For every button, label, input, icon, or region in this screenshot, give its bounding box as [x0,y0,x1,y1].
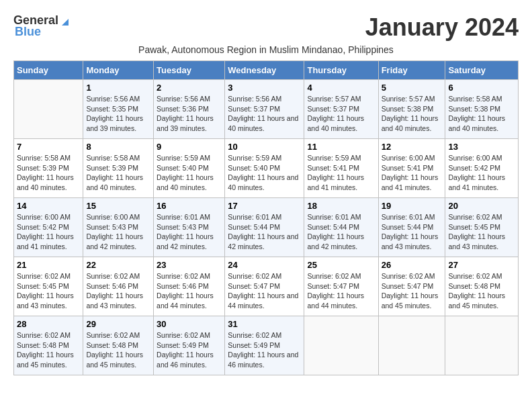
day-number: 18 [307,201,375,211]
day-info: Sunrise: 5:58 AMSunset: 5:38 PMDaylight:… [448,94,515,134]
day-number: 2 [157,83,222,93]
calendar-cell: 16Sunrise: 6:01 AMSunset: 5:43 PMDayligh… [154,198,225,257]
day-number: 21 [17,260,80,270]
calendar-cell: 4Sunrise: 5:57 AMSunset: 5:37 PMDaylight… [304,80,378,139]
calendar-cell [14,80,83,139]
day-number: 23 [157,260,222,270]
calendar-cell: 7Sunrise: 5:58 AMSunset: 5:39 PMDaylight… [14,139,83,198]
day-info: Sunrise: 6:02 AMSunset: 5:46 PMDaylight:… [86,271,150,311]
column-header-wednesday: Wednesday [225,61,304,80]
day-number: 3 [228,83,301,93]
day-number: 27 [448,260,515,270]
calendar-cell: 30Sunrise: 6:02 AMSunset: 5:49 PMDayligh… [154,316,225,375]
day-number: 15 [86,201,150,211]
day-info: Sunrise: 6:00 AMSunset: 5:41 PMDaylight:… [382,153,443,193]
day-number: 7 [17,142,80,152]
day-number: 30 [157,319,222,329]
day-number: 25 [307,260,375,270]
day-info: Sunrise: 6:02 AMSunset: 5:47 PMDaylight:… [228,271,301,311]
calendar-cell: 13Sunrise: 6:00 AMSunset: 5:42 PMDayligh… [445,139,519,198]
calendar-table: SundayMondayTuesdayWednesdayThursdayFrid… [13,60,519,375]
column-header-monday: Monday [83,61,154,80]
day-info: Sunrise: 5:59 AMSunset: 5:41 PMDaylight:… [307,153,375,193]
day-info: Sunrise: 6:02 AMSunset: 5:48 PMDaylight:… [17,330,80,370]
calendar-cell: 12Sunrise: 6:00 AMSunset: 5:41 PMDayligh… [378,139,445,198]
day-info: Sunrise: 6:02 AMSunset: 5:48 PMDaylight:… [86,330,150,370]
svg-marker-0 [62,19,69,26]
day-info: Sunrise: 6:00 AMSunset: 5:42 PMDaylight:… [448,153,515,193]
day-info: Sunrise: 5:59 AMSunset: 5:40 PMDaylight:… [157,153,222,193]
calendar-cell: 9Sunrise: 5:59 AMSunset: 5:40 PMDaylight… [154,139,225,198]
calendar-cell: 10Sunrise: 5:59 AMSunset: 5:40 PMDayligh… [225,139,304,198]
day-number: 4 [307,83,375,93]
day-number: 19 [382,201,443,211]
calendar-cell: 18Sunrise: 6:01 AMSunset: 5:44 PMDayligh… [304,198,378,257]
day-info: Sunrise: 6:01 AMSunset: 5:43 PMDaylight:… [157,212,222,252]
day-number: 9 [157,142,222,152]
day-number: 14 [17,201,80,211]
calendar-cell: 15Sunrise: 6:00 AMSunset: 5:43 PMDayligh… [83,198,154,257]
column-header-tuesday: Tuesday [154,61,225,80]
day-number: 6 [448,83,515,93]
day-number: 17 [228,201,301,211]
logo-blue: Blue [15,25,41,39]
calendar-cell: 5Sunrise: 5:57 AMSunset: 5:38 PMDaylight… [378,80,445,139]
calendar-cell: 27Sunrise: 6:02 AMSunset: 5:48 PMDayligh… [445,257,519,316]
day-number: 12 [382,142,443,152]
day-info: Sunrise: 6:01 AMSunset: 5:44 PMDaylight:… [228,212,301,252]
calendar-cell: 2Sunrise: 5:56 AMSunset: 5:36 PMDaylight… [154,80,225,139]
month-title: January 2024 [365,13,519,42]
day-info: Sunrise: 6:02 AMSunset: 5:45 PMDaylight:… [17,271,80,311]
calendar-cell: 25Sunrise: 6:02 AMSunset: 5:47 PMDayligh… [304,257,378,316]
day-number: 31 [228,319,301,329]
calendar-week-row: 1Sunrise: 5:56 AMSunset: 5:35 PMDaylight… [14,80,519,139]
column-header-friday: Friday [378,61,445,80]
day-info: Sunrise: 6:02 AMSunset: 5:49 PMDaylight:… [157,330,222,370]
calendar-cell: 28Sunrise: 6:02 AMSunset: 5:48 PMDayligh… [14,316,83,375]
calendar-cell: 3Sunrise: 5:56 AMSunset: 5:37 PMDaylight… [225,80,304,139]
calendar-cell: 21Sunrise: 6:02 AMSunset: 5:45 PMDayligh… [14,257,83,316]
calendar-week-row: 14Sunrise: 6:00 AMSunset: 5:42 PMDayligh… [14,198,519,257]
day-info: Sunrise: 5:56 AMSunset: 5:35 PMDaylight:… [86,94,150,134]
day-number: 22 [86,260,150,270]
day-info: Sunrise: 5:56 AMSunset: 5:36 PMDaylight:… [157,94,222,134]
column-header-saturday: Saturday [445,61,519,80]
day-number: 13 [448,142,515,152]
calendar-cell: 22Sunrise: 6:02 AMSunset: 5:46 PMDayligh… [83,257,154,316]
calendar-cell: 19Sunrise: 6:01 AMSunset: 5:44 PMDayligh… [378,198,445,257]
calendar-cell: 11Sunrise: 5:59 AMSunset: 5:41 PMDayligh… [304,139,378,198]
calendar-cell: 20Sunrise: 6:02 AMSunset: 5:45 PMDayligh… [445,198,519,257]
day-number: 20 [448,201,515,211]
calendar-week-row: 21Sunrise: 6:02 AMSunset: 5:45 PMDayligh… [14,257,519,316]
day-info: Sunrise: 5:58 AMSunset: 5:39 PMDaylight:… [17,153,80,193]
day-info: Sunrise: 5:57 AMSunset: 5:38 PMDaylight:… [382,94,443,134]
day-number: 10 [228,142,301,152]
day-info: Sunrise: 5:58 AMSunset: 5:39 PMDaylight:… [86,153,150,193]
day-info: Sunrise: 6:02 AMSunset: 5:45 PMDaylight:… [448,212,515,252]
logo-triangle-icon [59,15,71,27]
calendar-cell [304,316,378,375]
day-info: Sunrise: 6:02 AMSunset: 5:47 PMDaylight:… [307,271,375,311]
calendar-cell: 8Sunrise: 5:58 AMSunset: 5:39 PMDaylight… [83,139,154,198]
calendar-cell: 23Sunrise: 6:02 AMSunset: 5:46 PMDayligh… [154,257,225,316]
day-number: 29 [86,319,150,329]
calendar-cell [445,316,519,375]
day-number: 5 [382,83,443,93]
day-info: Sunrise: 6:02 AMSunset: 5:46 PMDaylight:… [157,271,222,311]
day-info: Sunrise: 6:02 AMSunset: 5:47 PMDaylight:… [382,271,443,311]
day-info: Sunrise: 5:57 AMSunset: 5:37 PMDaylight:… [307,94,375,134]
logo: General Blue [13,13,71,39]
day-number: 26 [382,260,443,270]
page-header: General Blue January 2024 [13,13,519,42]
day-info: Sunrise: 5:56 AMSunset: 5:37 PMDaylight:… [228,94,301,134]
calendar-cell: 6Sunrise: 5:58 AMSunset: 5:38 PMDaylight… [445,80,519,139]
calendar-header-row: SundayMondayTuesdayWednesdayThursdayFrid… [14,61,519,80]
calendar-cell: 17Sunrise: 6:01 AMSunset: 5:44 PMDayligh… [225,198,304,257]
calendar-cell: 29Sunrise: 6:02 AMSunset: 5:48 PMDayligh… [83,316,154,375]
calendar-cell [378,316,445,375]
day-info: Sunrise: 6:00 AMSunset: 5:42 PMDaylight:… [17,212,80,252]
subtitle: Pawak, Autonomous Region in Muslim Minda… [13,44,519,55]
day-number: 24 [228,260,301,270]
day-info: Sunrise: 5:59 AMSunset: 5:40 PMDaylight:… [228,153,301,193]
calendar-cell: 24Sunrise: 6:02 AMSunset: 5:47 PMDayligh… [225,257,304,316]
